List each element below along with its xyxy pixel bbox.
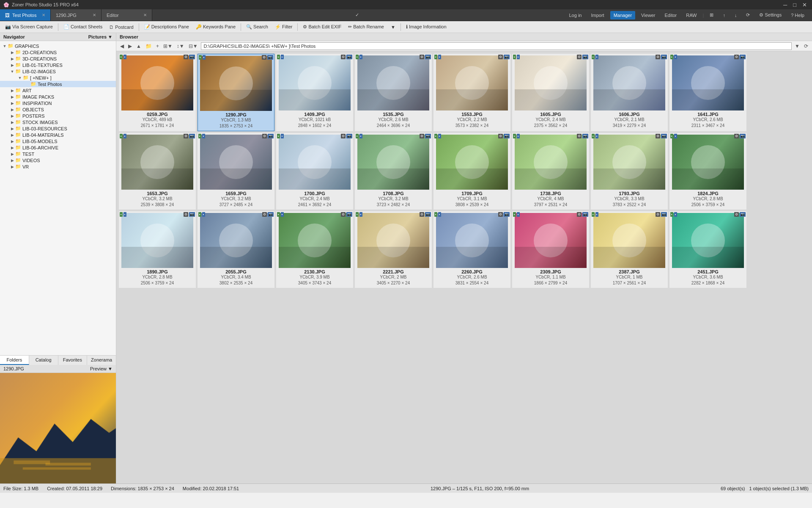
minimize-button[interactable]: ─ (782, 2, 789, 8)
folders-tab[interactable]: Folders (0, 356, 29, 365)
thumbnail-cell[interactable]: ▪▪⚙📷2309.JPGYCbCR, 1.1 MB1866 × 2799 × 2… (512, 211, 589, 288)
tab-editor[interactable]: Editor ✕ (102, 9, 152, 21)
help-button[interactable]: ? Help (787, 11, 808, 19)
up-button[interactable]: ▲ (135, 43, 143, 50)
tree-item-inspiration[interactable]: ▶ 📁 INSPIRATION (0, 100, 116, 106)
tree-toggle[interactable]: ▶ (9, 158, 15, 163)
thumbnail-cell[interactable]: ▪▪⚙📷1738.JPGYCbCR, 4 MB3797 × 2531 × 24 (512, 133, 589, 210)
tree-toggle[interactable]: ▶ (9, 88, 15, 93)
tab-close-button[interactable]: ✕ (93, 13, 96, 17)
thumbnail-cell[interactable]: ▪▪⚙📷2221.JPGYCbCR, 2 MB3405 × 2270 × 24 (355, 211, 432, 288)
tree-toggle[interactable]: ▶ (9, 95, 15, 99)
thumbnail-cell[interactable]: ▪▪⚙📷1290.JPGYCbCR, 1.3 MB1835 × 2753 × 2… (198, 54, 274, 131)
tree-toggle[interactable]: ▼ (17, 76, 23, 80)
via-screen-capture-button[interactable]: 📷 Via Screen Capture (3, 23, 55, 30)
tree-toggle[interactable]: ▶ (9, 133, 15, 137)
settings-button[interactable]: ⚙ Settings (756, 11, 785, 19)
thumbnail-cell[interactable]: ▪▪⚙📷1553.JPGYCbCR, 2.2 MB3573 × 2382 × 2… (433, 54, 510, 131)
addr-dropdown-button[interactable]: ▼ (793, 43, 801, 50)
tree-toggle[interactable]: ▶ (9, 127, 15, 131)
editor-button[interactable]: Editor (661, 11, 680, 19)
contact-sheets-button[interactable]: 📄 Contact Sheets (61, 23, 105, 30)
down-button[interactable]: ↓ (731, 11, 741, 19)
dropdown-button[interactable]: ▼ (388, 24, 398, 30)
thumbnail-cell[interactable]: ▪▪⚙📷0259.JPGYCbCR, 489 kB2671 × 1781 × 2… (119, 54, 196, 131)
thumbnail-cell[interactable]: ▪▪⚙📷1409.JPGYCbCR, 1021 kB2848 × 1602 × … (276, 54, 353, 131)
viewer-button[interactable]: Viewer (638, 11, 658, 19)
tree-item-videos[interactable]: ▶ 📁 VIDEOS (0, 157, 116, 163)
tree-item-objects[interactable]: ▶ 📁 OBJECTS (0, 106, 116, 113)
tree-item-2d[interactable]: ▶ 📁 2D-CREATIONS (0, 49, 116, 55)
filter-button[interactable]: ⚡ Filter (272, 23, 295, 30)
thumbnail-cell[interactable]: ▪▪⚙📷1793.JPGYCbCR, 3.3 MB3783 × 2522 × 2… (591, 133, 668, 210)
tree-item-lib06[interactable]: ▶ 📁 LIB-06-ARCHIVE (0, 144, 116, 151)
tab-verify-button[interactable]: ✓ (352, 11, 362, 19)
tree-item-graphics[interactable]: ▼ 📁 GRAPHICS (0, 43, 116, 49)
tree-item-lib05[interactable]: ▶ 📁 LIB-05-MODELS (0, 138, 116, 144)
tree-toggle[interactable]: ▶ (9, 57, 15, 61)
new-folder-button[interactable]: + (155, 43, 160, 50)
sort-button[interactable]: ↕▼ (176, 43, 186, 50)
tree-item-lib01[interactable]: ▶ 📁 LIB-01-TEXTURES (0, 62, 116, 68)
zonerama-tab[interactable]: Zonerama (87, 356, 116, 365)
batch-edit-exif-button[interactable]: ⚙ Batch Edit EXIF (300, 23, 344, 30)
tree-toggle[interactable]: ▶ (9, 50, 15, 55)
tree-toggle[interactable]: ▶ (9, 114, 15, 118)
tree-item-image-packs[interactable]: ▶ 📁 IMAGE PACKS (0, 94, 116, 100)
close-button[interactable]: ✕ (801, 2, 809, 8)
import-button[interactable]: Import (587, 11, 607, 19)
tree-item-lib04[interactable]: ▶ 📁 LIB-04-MATERIALS (0, 132, 116, 138)
tree-item-test-photos[interactable]: 📁 Test Photos (0, 81, 116, 87)
up-button[interactable]: ↑ (719, 11, 729, 19)
pictures-dropdown[interactable]: Pictures ▼ (88, 34, 112, 39)
tree-toggle[interactable]: ▼ (2, 44, 8, 48)
tree-item-stock-images[interactable]: ▶ 📁 STOCK IMAGES (0, 119, 116, 125)
raw-button[interactable]: RAW (683, 11, 700, 19)
thumbnail-cell[interactable]: ▪▪⚙📷2451.JPGYCbCR, 3.6 MB2282 × 1868 × 2… (669, 211, 746, 288)
thumbnail-cell[interactable]: ▪▪⚙📷1824.JPGYCbCR, 2.8 MB2506 × 3759 × 2… (669, 133, 746, 210)
layout-button[interactable]: ⊞ (706, 11, 717, 19)
refresh-button[interactable]: ⟳ (803, 43, 809, 50)
postcard-button[interactable]: 🗋 Postcard (107, 24, 136, 30)
tab-close-button[interactable]: ✕ (42, 13, 45, 17)
refresh-button[interactable]: ⟳ (743, 11, 753, 19)
tree-item-lib02[interactable]: ▼ 📁 LIB-02-IMAGES (0, 68, 116, 75)
tree-toggle[interactable]: ▶ (9, 101, 15, 105)
tree-toggle[interactable]: ▼ (9, 69, 15, 74)
forward-button[interactable]: ▶ (127, 43, 133, 50)
image-information-button[interactable]: ℹ Image Information (403, 23, 449, 30)
thumbnail-cell[interactable]: ▪▪⚙📷1709.JPGYCbCR, 3.1 MB3808 × 2539 × 2… (433, 133, 510, 210)
thumbnail-cell[interactable]: ▪▪⚙📷1659.JPGYCbCR, 3.2 MB3727 × 2485 × 2… (198, 133, 274, 210)
thumbnail-cell[interactable]: ▪▪⚙📷2260.JPGYCbCR, 2.6 MB3831 × 2554 × 2… (433, 211, 510, 288)
keywords-pane-button[interactable]: 🔑 Keywords Pane (193, 23, 238, 30)
thumbnail-cell[interactable]: ▪▪⚙📷1641.JPGYCbCR, 2.6 MB2311 × 3467 × 2… (669, 54, 746, 131)
tree-item-new[interactable]: ▼ 📁 [ +NEW+ ] (0, 75, 116, 81)
address-input[interactable] (201, 42, 792, 50)
thumbnail-cell[interactable]: ▪▪⚙📷2055.JPGYCbCR, 3.4 MB3802 × 2535 × 2… (198, 211, 274, 288)
descriptions-pane-button[interactable]: 📝 Descriptions Pane (142, 23, 192, 30)
tree-toggle[interactable]: ▶ (9, 120, 15, 124)
folder-button[interactable]: 📁 (144, 43, 153, 50)
tree-item-vr[interactable]: ▶ 📁 VR (0, 163, 116, 170)
tree-item-art[interactable]: ▶ 📁 ART (0, 87, 116, 94)
tree-item-lib03[interactable]: ▶ 📁 LIB-03-RESOURCES (0, 125, 116, 132)
thumbnail-cell[interactable]: ▪▪⚙📷1535.JPGYCbCR, 2.6 MB2464 × 3696 × 2… (355, 54, 432, 131)
manager-button[interactable]: Manager (610, 11, 635, 19)
thumbnail-cell[interactable]: ▪▪⚙📷1708.JPGYCbCR, 3.2 MB3723 × 2482 × 2… (355, 133, 432, 210)
tree-item-test[interactable]: ▶ 📁 TEST (0, 151, 116, 157)
tree-toggle[interactable]: ▶ (9, 63, 15, 67)
thumbnail-cell[interactable]: ▪▪⚙📷1605.JPGYCbCR, 2.4 MB2375 × 3562 × 2… (512, 54, 589, 131)
tree-toggle[interactable]: ▶ (9, 108, 15, 112)
tab-close-button[interactable]: ✕ (143, 13, 147, 17)
back-button[interactable]: ◀ (119, 43, 125, 50)
preview-label[interactable]: Preview ▼ (90, 366, 112, 371)
catalog-tab[interactable]: Catalog (29, 356, 58, 365)
tab-test-photos[interactable]: 🖼 Test Photos ✕ (0, 9, 51, 21)
favorites-tab[interactable]: Favorites (58, 356, 88, 365)
batch-rename-button[interactable]: ✏ Batch Rename (346, 23, 387, 30)
search-button[interactable]: 🔍 Search (244, 23, 271, 30)
tree-toggle[interactable]: ▶ (9, 146, 15, 150)
tab-1290jpg[interactable]: 1290.JPG ✕ (51, 9, 102, 21)
grid-button[interactable]: ⊟▼ (187, 43, 199, 50)
tree-toggle[interactable]: ▶ (9, 152, 15, 156)
